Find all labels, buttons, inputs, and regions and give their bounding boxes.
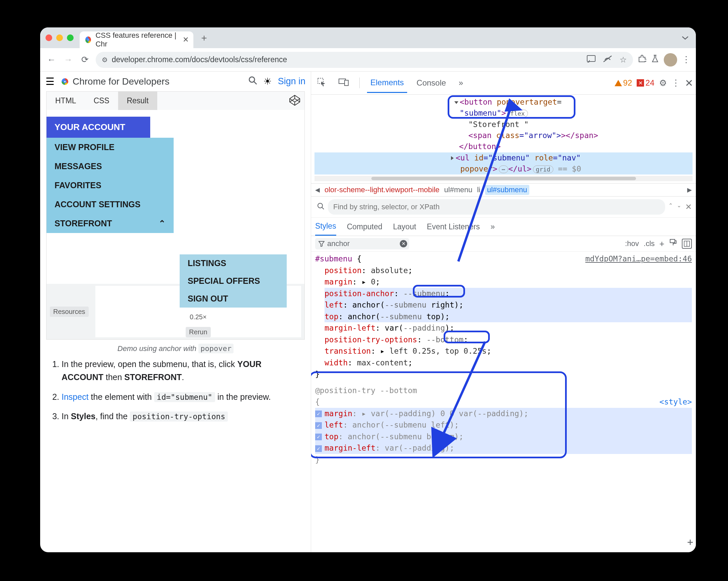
embed-tabs: HTML CSS Result	[47, 91, 305, 110]
device-toolbar-icon[interactable]	[335, 73, 352, 92]
crumb-body[interactable]: olor-scheme--light.viewport--mobile	[324, 186, 440, 194]
close-devtools-button[interactable]: ✕	[685, 77, 693, 89]
search-icon	[317, 202, 324, 211]
tab-html[interactable]: HTML	[47, 91, 85, 110]
embed-preview: YOUR ACCOUNT VIEW PROFILE MESSAGES FAVOR…	[47, 110, 305, 284]
filter-value: anchor	[327, 239, 349, 248]
dom-breadcrumb: ◀ olor-scheme--light.viewport--mobile ul…	[311, 183, 696, 197]
error-x-icon: ✕	[637, 79, 644, 87]
codepen-icon[interactable]	[289, 94, 301, 107]
theme-toggle-icon[interactable]: ☀	[263, 76, 272, 87]
hov-toggle[interactable]: :hov	[625, 239, 639, 248]
address-bar[interactable]: ⚙ developer.chrome.com/docs/devtools/css…	[96, 52, 633, 68]
caption-code: popover	[199, 344, 234, 353]
search-icon[interactable]	[248, 76, 257, 87]
submenu-special-offers[interactable]: SPECIAL OFFERS	[180, 272, 287, 290]
styles-filter-input[interactable]: anchor ✕	[315, 238, 409, 249]
labs-flask-icon[interactable]	[651, 54, 659, 65]
inspect-link[interactable]: Inspect	[61, 392, 89, 402]
incognito-off-icon[interactable]	[603, 55, 612, 64]
hamburger-menu-icon[interactable]: ☰	[46, 76, 55, 87]
cls-toggle[interactable]: .cls	[644, 239, 655, 248]
tab-result[interactable]: Result	[118, 91, 157, 110]
svg-point-6	[318, 203, 322, 208]
back-button[interactable]: ←	[46, 54, 57, 66]
errors-badge[interactable]: ✕24	[637, 78, 654, 88]
browser-toolbar: ← → ⟳ ⚙ developer.chrome.com/docs/devtoo…	[40, 48, 696, 72]
menu-item-favorites[interactable]: FAVORITES	[47, 176, 174, 195]
inspect-element-icon[interactable]	[314, 73, 329, 93]
crumb-li[interactable]: li	[477, 186, 480, 194]
tabs-dropdown-button[interactable]	[680, 34, 691, 42]
menu-your-account[interactable]: YOUR ACCOUNT	[47, 117, 150, 138]
grid-badge[interactable]: grid	[533, 165, 553, 173]
submenu-listings[interactable]: LISTINGS	[180, 254, 287, 272]
menu-item-account-settings[interactable]: ACCOUNT SETTINGS	[47, 195, 174, 214]
more-style-tabs[interactable]: »	[491, 218, 495, 236]
tab-computed[interactable]: Computed	[347, 218, 382, 236]
next-match-button[interactable]: ⌄	[677, 202, 681, 212]
breadcrumb-scroll-left[interactable]: ◀	[315, 186, 320, 194]
close-tab-button[interactable]: ✕	[183, 35, 189, 44]
devtools-search-bar: ⌃ ⌄ ✕	[311, 197, 696, 218]
menu-item-messages[interactable]: MESSAGES	[47, 157, 174, 176]
submenu-sign-out[interactable]: SIGN OUT	[180, 290, 287, 308]
menu-item-view-profile[interactable]: VIEW PROFILE	[47, 138, 174, 157]
settings-gear-icon[interactable]: ⚙	[659, 78, 667, 88]
svg-rect-8	[670, 239, 675, 243]
add-property-plus-icon[interactable]: +	[687, 534, 693, 550]
site-brand[interactable]: Chrome for Developers	[60, 76, 169, 87]
dom-tree[interactable]: <button popovertarget= "submenu">flex "S…	[311, 94, 696, 183]
rerun-button[interactable]: Rerun	[186, 327, 210, 337]
forward-button[interactable]: →	[62, 54, 74, 66]
tab-elements[interactable]: Elements	[367, 73, 407, 93]
tab-title: CSS features reference | Chr	[95, 31, 178, 49]
new-tab-button[interactable]: ＋	[200, 31, 209, 44]
more-tabs-icon[interactable]: »	[455, 74, 466, 92]
close-search-button[interactable]: ✕	[685, 202, 692, 212]
computed-panel-icon[interactable]	[682, 239, 692, 249]
page-left-pane: ☰ Chrome for Developers ☀ Sign in HTML C…	[40, 72, 311, 552]
resources-button[interactable]: Resources	[50, 307, 89, 317]
sign-in-link[interactable]: Sign in	[278, 76, 306, 87]
tab-layout[interactable]: Layout	[393, 218, 416, 236]
paint-icon[interactable]	[669, 239, 677, 249]
step-2: Inspect the element with id="submenu" in…	[61, 390, 303, 404]
reload-button[interactable]: ⟳	[79, 54, 91, 66]
breadcrumb-scroll-right[interactable]: ▶	[687, 186, 692, 194]
search-input[interactable]	[328, 199, 665, 215]
new-style-rule-button[interactable]: +	[659, 239, 665, 249]
crumb-ul-submenu[interactable]: ul#submenu	[485, 185, 529, 195]
close-window-button[interactable]	[46, 34, 52, 41]
inline-style-source[interactable]: <style>	[659, 396, 692, 408]
warnings-badge[interactable]: 92	[615, 78, 632, 88]
maximize-window-button[interactable]	[67, 34, 74, 41]
bookmark-star-icon[interactable]: ☆	[620, 55, 627, 64]
cast-icon[interactable]	[587, 55, 596, 64]
site-settings-icon[interactable]: ⚙	[102, 56, 108, 64]
stylesheet-source-link[interactable]: mdYdpOM?ani…pe=embed:46	[586, 253, 692, 265]
devtools-menu-icon[interactable]: ⋮	[672, 78, 680, 88]
storefront-submenu: LISTINGS SPECIAL OFFERS SIGN OUT	[180, 254, 287, 308]
annotation-button-highlight	[448, 95, 575, 119]
clear-filter-button[interactable]: ✕	[400, 240, 407, 247]
horizontal-scrollbar[interactable]	[314, 176, 693, 181]
tab-styles[interactable]: Styles	[315, 218, 336, 236]
prev-match-button[interactable]: ⌃	[669, 202, 673, 212]
profile-avatar[interactable]	[664, 53, 677, 66]
tab-event-listeners[interactable]: Event Listeners	[427, 218, 480, 236]
browser-tab[interactable]: CSS features reference | Chr ✕	[80, 31, 193, 48]
extensions-icon[interactable]	[638, 54, 646, 65]
ellipsis-badge[interactable]: ⋯	[499, 165, 509, 173]
browser-menu-button[interactable]: ⋮	[682, 54, 691, 65]
expand-toggle-icon[interactable]	[451, 154, 456, 162]
svg-rect-0	[587, 55, 595, 61]
minimize-window-button[interactable]	[56, 34, 63, 41]
menu-item-storefront[interactable]: STOREFRONT ⌃	[47, 214, 174, 233]
styles-pane[interactable]: mdYdpOM?ani…pe=embed:46 #submenu { posit…	[311, 252, 696, 552]
tab-console[interactable]: Console	[413, 74, 449, 92]
zoom-0.25x[interactable]: 0.25×	[190, 313, 207, 321]
tab-css[interactable]: CSS	[85, 91, 118, 110]
crumb-ul-menu[interactable]: ul#menu	[444, 186, 472, 194]
step-3: In Styles, find the position-try-options	[61, 410, 303, 423]
